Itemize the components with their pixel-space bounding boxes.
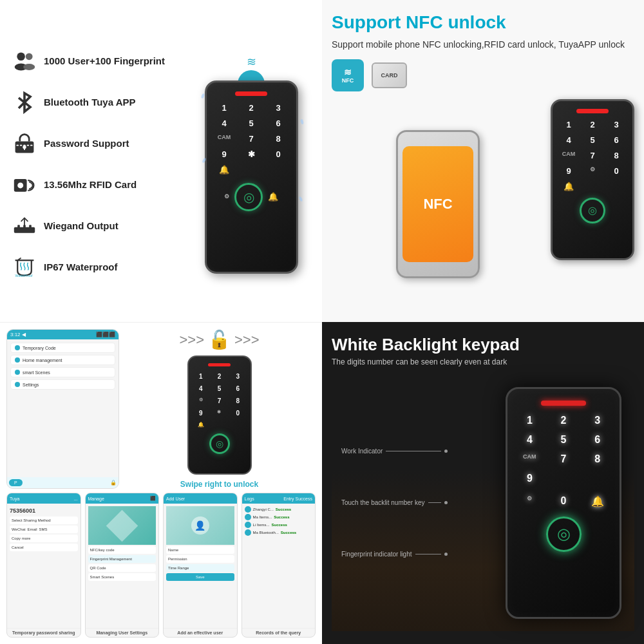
feature-waterproof-text: IP67 Waterproof: [44, 261, 117, 273]
device-keypad-tr: 1 2 3 4 5 6 CAM 7 8 9 ⚙ 0 🔔 ◎: [551, 99, 634, 260]
key-7: 7: [239, 132, 264, 146]
br-key-4: 4: [514, 431, 545, 448]
ss1-footer: Temporary password sharing: [7, 628, 80, 637]
work-indicator-label: Work Indicator: [341, 448, 383, 455]
ss1-body: 75356001 Select Sharing Method WeChatEma…: [7, 504, 80, 628]
panel-bottom-right: White Backlight keypad The digits number…: [322, 322, 644, 644]
br-fingerprint-icon: ◎: [557, 525, 571, 543]
menu-home: Home management: [10, 355, 115, 365]
key-bell2: 🔔: [268, 190, 278, 204]
device-keypad-tl: 1 2 3 4 5 6 CAM 7 8 9 ✱ 0 🔔: [205, 80, 298, 274]
svg-rect-10: [27, 145, 30, 146]
device-led-tr: [576, 109, 609, 113]
feature-rfid: 13.56Mhz RFID Card: [13, 173, 180, 196]
tr-key-bell: 🔔: [558, 180, 580, 193]
app-body: Temporary Code Home management smart Sce…: [7, 339, 118, 477]
screenshot-records: Logs Entry Success Zhangyi C... Success …: [242, 493, 316, 638]
ss2-body: NFC/key code Fingerprint Management QR C…: [86, 504, 159, 628]
feature-waterproof: WaterProof IP67 Waterproof: [13, 256, 180, 279]
ss3-row2: Permission: [166, 555, 234, 563]
tr-key-9: 9: [558, 164, 580, 178]
sw-key-9: 9: [193, 408, 210, 419]
ss3-row3: Time Range: [166, 564, 234, 572]
log-row2: Ma Items... Success: [245, 514, 313, 520]
nfc-icons-row: ≋ NFC CARD: [332, 59, 634, 91]
br-key-bell: 🔔: [582, 493, 613, 510]
nfc-description: Support mobile phone NFC unlocking,RFID …: [332, 38, 634, 52]
swipe-device: 1 2 3 4 5 6 ⚙ 7 8 9 ✱ 0 🔔 ◎: [187, 355, 252, 475]
log-row4: Ma Bluetooth... Success: [245, 529, 313, 536]
backlight-subtitle: The digits number can be seen clearly ev…: [332, 357, 634, 366]
key-8: 8: [266, 132, 291, 146]
diamond-icon: [106, 509, 138, 541]
ss4-header: Logs Entry Success: [242, 493, 316, 504]
nfc-title: Support NFC unlock: [332, 13, 634, 33]
tr-key-1: 1: [558, 118, 580, 131]
features-list: 1000 User+100 Fingerprint Bluetooth Tuya…: [13, 13, 187, 316]
key-5: 5: [239, 117, 264, 130]
app-screen: 3:12 ◀ ⬛⬛⬛ Temporary Code Home managemen…: [6, 329, 119, 489]
annotation-line-1: [386, 451, 440, 451]
svg-rect-9: [23, 145, 26, 146]
nfc-icon-box: ≋ NFC: [332, 59, 364, 91]
bluetooth-icon: [13, 91, 36, 114]
br-led: [541, 401, 586, 406]
key-star: ✱: [239, 147, 264, 161]
feature-users: 1000 User+100 Fingerprint: [13, 50, 180, 73]
swipe-keypad-grid: 1 2 3 4 5 6 ⚙ 7 8 9 ✱ 0 🔔: [193, 371, 247, 430]
br-key-5: 5: [548, 431, 580, 448]
swipe-area: >>> 🔓 >>> 1 2 3 4 5 6 ⚙ 7 8 9 ✱: [123, 329, 316, 489]
ss2-footer: Managing User Settings: [86, 628, 159, 637]
key-0: 0: [266, 147, 291, 161]
log-row1: Zhangyi C... Success: [245, 506, 313, 513]
ss3-body: 👤 Name Permission Time Range Save: [164, 504, 237, 628]
swipe-device-led: [208, 363, 231, 366]
key-3: 3: [266, 101, 291, 115]
tr-key-6: 6: [605, 133, 627, 147]
ss2-header: Manage ⬛: [86, 493, 159, 504]
labeled-device-area: Work Indicator Touch the backlit number …: [332, 374, 634, 631]
app-bottom-bar: P 🔒: [7, 477, 118, 488]
password-icon: [13, 132, 36, 155]
feature-bluetooth: Bluetooth Tuya APP: [13, 91, 180, 114]
ss3-row1: Name: [166, 546, 234, 554]
tr-key-3: 3: [605, 118, 627, 131]
card-icon: CARD: [372, 62, 407, 88]
ss2-row1: NFC/key code: [88, 546, 156, 554]
feature-password-text: Password Support: [44, 138, 129, 149]
ss4-footer: Records of the query: [242, 628, 316, 637]
br-key-9: 9: [514, 470, 545, 487]
ss1-row1: Select Sharing Method: [10, 516, 78, 524]
tr-key-8: 8: [605, 149, 627, 162]
swipe-arrows: >>>: [179, 332, 204, 348]
nfc-icon: ≋ NFC: [332, 59, 364, 91]
ss4-body: Zhangyi C... Success Ma Items... Success…: [242, 504, 316, 628]
feature-password: Password Support: [13, 132, 180, 155]
svg-point-3: [23, 64, 35, 70]
sw-key-8: 8: [229, 395, 247, 406]
svg-point-2: [26, 53, 33, 60]
key-9: 9: [212, 147, 237, 161]
br-key-0: 0: [548, 493, 580, 510]
ss1-row3: Copy more: [10, 535, 78, 542]
backlit-key-label: Touch the backlit number key: [341, 499, 425, 506]
key-gear: ⚙: [224, 191, 229, 202]
sw-key-2: 2: [211, 371, 228, 382]
annotation-dot-1: [444, 450, 448, 453]
svg-rect-7: [16, 145, 19, 146]
ss2-row4: Smart Scenes: [88, 573, 156, 581]
screenshot-password: Tuya ... 75356001 Select Sharing Method …: [6, 493, 81, 638]
menu-temporary: Temporary Code: [10, 343, 115, 353]
br-bottom-row: ⚙ 0 🔔: [514, 493, 613, 510]
svg-point-13: [17, 182, 23, 188]
annotation-line-2: [428, 502, 441, 503]
fingerprint-icon-tr: ◎: [588, 204, 597, 216]
sw-key-1: 1: [193, 371, 210, 382]
annotation-work-indicator: Work Indicator: [341, 448, 448, 455]
rfid-icon: [13, 173, 36, 196]
svg-rect-6: [24, 147, 25, 150]
annotation-dot-2: [444, 501, 448, 504]
annotation-backlit-key: Touch the backlit number key: [341, 499, 448, 506]
br-key-cam: CAM: [514, 451, 545, 468]
keypad-grid-tr: 1 2 3 4 5 6 CAM 7 8 9 ⚙ 0 🔔: [558, 118, 627, 193]
